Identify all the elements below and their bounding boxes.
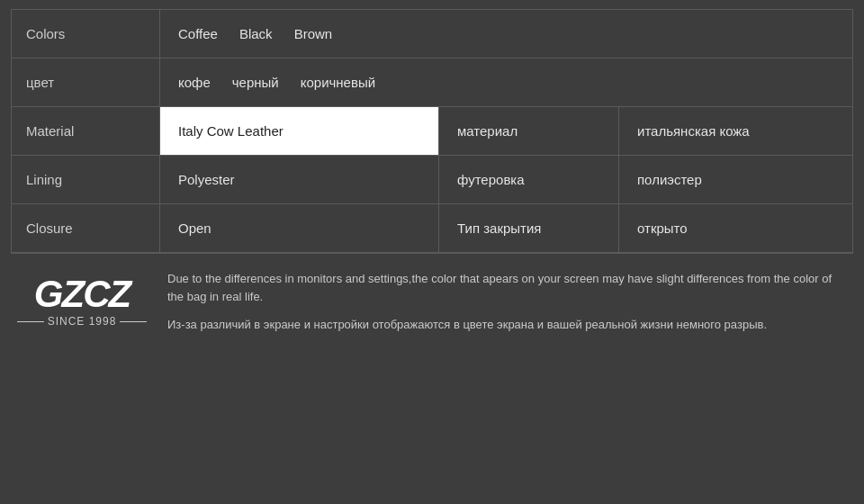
value-material-ru: итальянская кожа [618,107,852,155]
value-material-en: Italy Cow Leather [160,107,438,155]
product-table: Colors Coffee Black Brown цвет кофе черн… [11,9,853,253]
main-container: Colors Coffee Black Brown цвет кофе черн… [0,0,864,504]
value-closure-en: Open [160,204,438,252]
color-kofe: кофе [178,75,211,90]
table-row: цвет кофе черный коричневый [12,58,852,107]
value-closure-mid: Тип закрытия [438,204,618,252]
value-lining-en: Polyester [160,156,438,203]
table-row: Material Italy Cow Leather материал итал… [12,107,852,156]
value-lining-mid: футеровка [438,156,618,203]
color-cherny: черный [232,75,279,90]
label-lining: Lining [12,156,160,203]
color-brown: Brown [294,26,333,41]
footer-section: GZCZ SINCE 1998 Due to the differences i… [11,253,853,345]
logo-since-label: SINCE 1998 [48,315,117,328]
logo-line-right [120,321,147,322]
label-closure: Closure [12,204,160,252]
disclaimer-ru: Из-за различий в экране и настройки отоб… [167,316,850,334]
table-row: Colors Coffee Black Brown [12,10,852,58]
brand-logo: GZCZ SINCE 1998 [14,270,149,328]
color-coffee: Coffee [178,26,218,41]
value-tsvet: кофе черный коричневый [160,58,852,106]
disclaimer-area: Due to the differences in monitors and s… [167,270,850,334]
logo-text: GZCZ [34,275,130,313]
color-black: Black [239,26,273,41]
value-colors: Coffee Black Brown [160,10,852,58]
disclaimer-en: Due to the differences in monitors and s… [167,270,850,305]
label-colors: Colors [12,10,160,58]
value-material-mid: материал [438,107,618,155]
table-row: Closure Open Тип закрытия открыто [12,204,852,252]
label-tsvet: цвет [12,58,160,106]
logo-since: SINCE 1998 [17,315,148,328]
value-lining-ru: полиэстер [618,156,852,203]
logo-line-left [17,321,44,322]
color-korichnevy: коричневый [301,75,375,90]
table-row: Lining Polyester футеровка полиэстер [12,156,852,204]
value-closure-ru: открыто [618,204,852,252]
label-material: Material [12,107,160,155]
